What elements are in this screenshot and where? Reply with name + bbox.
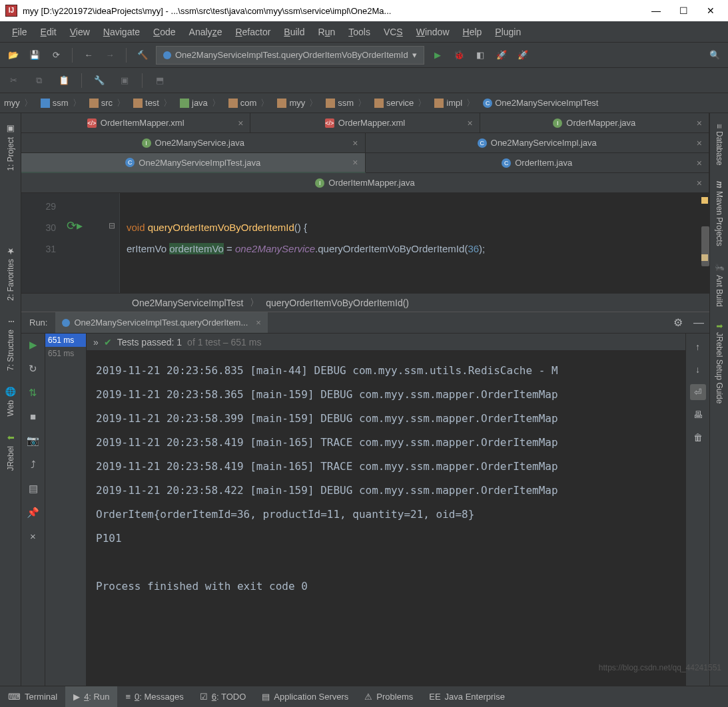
run-tab[interactable]: One2ManyServiceImplTest.queryOrderItem..… bbox=[55, 312, 267, 333]
run-gutter-icon[interactable]: ⟳▸ bbox=[67, 218, 83, 233]
search-icon[interactable]: 🔍 bbox=[707, 47, 723, 63]
close-panel-icon[interactable]: × bbox=[26, 531, 41, 545]
ant-tool-tab[interactable]: 🐜Ant Build bbox=[712, 257, 727, 312]
tab-one2manyserviceimpl-java[interactable]: COne2ManyServiceImpl.java× bbox=[366, 133, 710, 153]
run-config-dropdown[interactable]: One2ManyServiceImplTest.queryOrderItemVo… bbox=[156, 46, 424, 65]
warning-marker[interactable] bbox=[701, 197, 708, 204]
menu-vcs[interactable]: VCS bbox=[377, 24, 410, 40]
crumb-ssm[interactable]: ssm bbox=[37, 93, 85, 113]
close-tab-icon[interactable]: × bbox=[697, 178, 702, 188]
crumb-myy[interactable]: myy bbox=[0, 93, 37, 113]
run-tab-bottom[interactable]: ▶4: Run bbox=[65, 686, 117, 707]
test-tree-row-selected[interactable]: 651 ms bbox=[45, 334, 86, 347]
forward-icon[interactable]: → bbox=[102, 47, 118, 63]
code-area[interactable]: void queryOrderItemVoByOrderItemId() {er… bbox=[120, 193, 709, 293]
coverage-icon[interactable]: ◧ bbox=[472, 47, 488, 63]
toggle-autoscroll-icon[interactable]: ⇅ bbox=[26, 387, 41, 401]
print-icon[interactable]: 🖶 bbox=[690, 407, 706, 423]
jrebel-run-icon[interactable]: 🚀 bbox=[494, 47, 510, 63]
save-icon[interactable]: 💾 bbox=[27, 47, 43, 63]
tab-orderitem-java[interactable]: COrderItem.java× bbox=[366, 153, 710, 173]
jrebel-setup-tool-tab[interactable]: ⬆JRebel Setup Guide bbox=[712, 318, 727, 409]
close-tab-icon[interactable]: × bbox=[697, 118, 702, 128]
menu-refactor[interactable]: Refactor bbox=[228, 24, 277, 40]
jrebel-debug-icon[interactable]: 🚀 bbox=[515, 47, 531, 63]
debug-icon[interactable]: 🐞 bbox=[451, 47, 467, 63]
menu-tools[interactable]: Tools bbox=[342, 24, 377, 40]
menu-plugin[interactable]: Plugin bbox=[488, 24, 528, 40]
tab-orderitemmapper-java[interactable]: IOrderItemMapper.java× bbox=[21, 173, 709, 193]
folder-icon[interactable]: ▣ bbox=[117, 73, 133, 89]
crumb-impl[interactable]: impl bbox=[430, 93, 479, 113]
back-icon[interactable]: ← bbox=[81, 47, 97, 63]
soft-wrap-icon[interactable]: ⏎ bbox=[690, 384, 706, 400]
database-tool-tab[interactable]: ≡Database bbox=[712, 118, 727, 170]
close-tab-icon[interactable]: × bbox=[467, 118, 472, 128]
jrebel-tool-tab[interactable]: JRebel⬆ bbox=[3, 427, 19, 476]
crumb-class[interactable]: COne2ManyServiceImplTest bbox=[479, 93, 606, 113]
tab-ordermapper-java[interactable]: IOrderMapper.java× bbox=[480, 113, 709, 133]
exit-icon[interactable]: ⤴ bbox=[26, 459, 41, 473]
cut-icon[interactable]: ✂ bbox=[5, 73, 21, 89]
web-tool-tab[interactable]: Web🌐 bbox=[3, 381, 19, 421]
menu-edit[interactable]: Edit bbox=[34, 24, 63, 40]
rerun-failed-icon[interactable]: ↻ bbox=[26, 363, 41, 377]
menu-file[interactable]: File bbox=[5, 24, 34, 40]
crumb-com[interactable]: com bbox=[224, 93, 274, 113]
menu-window[interactable]: Window bbox=[410, 24, 456, 40]
scroll-up-icon[interactable]: ↑ bbox=[690, 339, 706, 355]
tab-one2manyservice-java[interactable]: IOne2ManyService.java× bbox=[21, 133, 366, 153]
menu-analyze[interactable]: Analyze bbox=[182, 24, 229, 40]
build-icon[interactable]: 🔨 bbox=[135, 47, 151, 63]
tab-orderitemmapper-xml[interactable]: </>OrderItemMapper.xml× bbox=[21, 113, 250, 133]
crumb-java[interactable]: java bbox=[176, 93, 224, 113]
close-tab-icon[interactable]: × bbox=[352, 157, 358, 168]
code-editor[interactable]: 29 30 31 ⟳▸ ⊟ void queryOrderItemVoByOrd… bbox=[21, 193, 709, 293]
minimize-button[interactable]: — bbox=[651, 5, 661, 16]
todo-tab[interactable]: ☑6: TODO bbox=[192, 686, 254, 707]
maven-tool-tab[interactable]: mMaven Projects bbox=[712, 176, 727, 251]
menu-run[interactable]: Run bbox=[312, 24, 342, 40]
close-tab-icon[interactable]: × bbox=[352, 138, 358, 148]
copy-icon[interactable]: ⧉ bbox=[31, 73, 47, 89]
stop-icon[interactable]: ■ bbox=[26, 411, 41, 425]
console-output[interactable]: 2019-11-21 20:23:56.835 [main-44] DEBUG … bbox=[87, 351, 685, 686]
menu-help[interactable]: Help bbox=[456, 24, 489, 40]
scrollbar-thumb[interactable] bbox=[701, 226, 709, 266]
maximize-button[interactable]: ☐ bbox=[679, 5, 688, 16]
open-icon[interactable]: 📂 bbox=[5, 47, 21, 63]
close-tab-icon[interactable]: × bbox=[238, 118, 243, 128]
layout-icon[interactable]: ▤ bbox=[26, 483, 41, 497]
menu-build[interactable]: Build bbox=[277, 24, 311, 40]
tab-ordermapper-xml[interactable]: </>OrderMapper.xml× bbox=[250, 113, 480, 133]
rerun-icon[interactable]: ▶ bbox=[26, 339, 41, 354]
refresh-icon[interactable]: ⟳ bbox=[48, 47, 64, 63]
appservers-tab[interactable]: ▤Application Servers bbox=[254, 686, 356, 707]
messages-tab[interactable]: ≡0: Messages bbox=[117, 686, 191, 707]
java-enterprise-tab[interactable]: EEJava Enterprise bbox=[421, 686, 513, 707]
terminal-tab[interactable]: ⌨Terminal bbox=[0, 686, 65, 707]
test-tree[interactable]: 651 ms 651 ms bbox=[45, 334, 87, 686]
close-run-tab-icon[interactable]: × bbox=[256, 318, 261, 328]
minimize-panel-icon[interactable]: — bbox=[688, 317, 709, 329]
favorites-tool-tab[interactable]: 2: Favorites★ bbox=[3, 240, 19, 306]
collapse-icon[interactable]: ⊟ bbox=[109, 221, 115, 230]
structure-tool-tab[interactable]: 7: Structure⫶ bbox=[3, 311, 19, 376]
deploy-icon[interactable]: ⬒ bbox=[152, 73, 168, 89]
gear-icon[interactable]: ⚙ bbox=[668, 316, 688, 329]
close-tab-icon[interactable]: × bbox=[697, 138, 702, 148]
run-icon[interactable]: ▶ bbox=[430, 47, 446, 63]
dump-icon[interactable]: 📷 bbox=[26, 435, 41, 449]
tab-one2manyserviceimpltest-java[interactable]: COne2ManyServiceImplTest.java× bbox=[21, 153, 366, 173]
crumb-test[interactable]: test bbox=[129, 93, 176, 113]
project-tool-tab[interactable]: 1: Project▣ bbox=[3, 118, 19, 176]
clear-icon[interactable]: 🗑 bbox=[690, 429, 706, 445]
menu-code[interactable]: Code bbox=[147, 24, 182, 40]
crumb-src[interactable]: src bbox=[85, 93, 129, 113]
scroll-down-icon[interactable]: ↓ bbox=[690, 361, 706, 377]
menu-navigate[interactable]: Navigate bbox=[97, 24, 147, 40]
nav-method[interactable]: queryOrderItemVoByOrderItemId() bbox=[266, 298, 409, 308]
problems-tab[interactable]: ⚠Problems bbox=[356, 686, 421, 707]
test-tree-row[interactable]: 651 ms bbox=[45, 347, 86, 360]
expand-icon[interactable]: » bbox=[93, 337, 99, 348]
